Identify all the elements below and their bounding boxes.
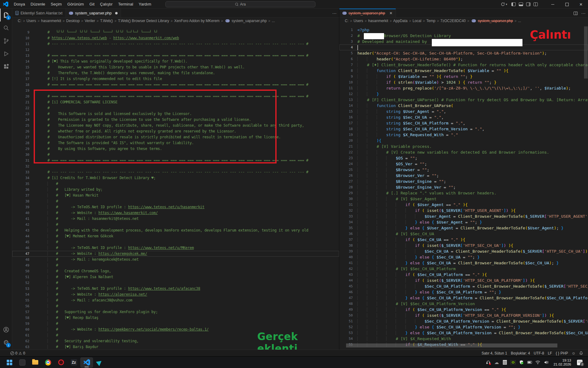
chrome-icon[interactable] bbox=[42, 357, 55, 368]
run-debug-icon[interactable] bbox=[0, 47, 12, 60]
editor-left[interactable]: 9# └┘└┘ └───┘ └┘└┘ └───┘ └───┘ └┘└┘ └─┘└… bbox=[12, 24, 339, 350]
settings-gear-icon[interactable]: ⚙ 1 bbox=[0, 336, 12, 349]
language-status[interactable]: { } PHP bbox=[554, 351, 570, 355]
search-sidebar-icon[interactable] bbox=[0, 21, 12, 34]
breadcrumb-item[interactable]: Temp bbox=[426, 19, 435, 23]
breadcrumb-item[interactable]: Users bbox=[353, 19, 363, 23]
tray-headset-icon[interactable] bbox=[485, 360, 491, 365]
toggle-secondary-sidebar-icon[interactable] bbox=[526, 2, 530, 6]
menu-git[interactable]: Git bbox=[87, 0, 97, 9]
problems-status[interactable]: 0 ⚠ 0 bbox=[9, 351, 27, 355]
line-number: 45 bbox=[339, 283, 353, 289]
notifications-bell-icon[interactable] bbox=[577, 351, 585, 355]
toggle-sidebar-icon[interactable] bbox=[511, 2, 516, 6]
line-number: 59 bbox=[12, 321, 29, 327]
breadcrumb-item[interactable]: C: bbox=[345, 19, 349, 23]
window-close-button[interactable]: ✕ bbox=[574, 0, 588, 9]
code-line: 34 } else { $User_Agent = ""; } bbox=[339, 219, 588, 225]
menu-yardım[interactable]: Yardım bbox=[136, 0, 154, 9]
taskbar-app-dark-icon[interactable] bbox=[16, 357, 29, 368]
tab-system-uaparser-left[interactable]: system_uaparser.php bbox=[66, 9, 121, 17]
menu-düzenle[interactable]: Düzenle bbox=[28, 0, 48, 9]
explorer-icon[interactable]: 1 bbox=[0, 9, 12, 21]
line-text: # [i] COMMERCIAL SOFTWARE LICENSE bbox=[47, 99, 118, 105]
tray-wifi-icon[interactable] bbox=[535, 360, 541, 365]
breadcrumb-item[interactable]: AppData bbox=[393, 19, 408, 23]
code-line: 14 function Client_Browser_UAParse( bbox=[339, 103, 588, 109]
breadcrumb-item[interactable]: ... bbox=[272, 19, 275, 23]
breadcrumb-item[interactable]: T.Web() Browser Detect Library bbox=[118, 19, 169, 23]
breadcrumb-item[interactable]: Users bbox=[26, 19, 36, 23]
7zip-icon[interactable]: Zz bbox=[67, 357, 80, 368]
command-center-search[interactable]: Ara bbox=[165, 1, 315, 7]
window-maximize-button[interactable] bbox=[560, 0, 574, 9]
breadcrumb-item[interactable]: hasanmerkit bbox=[41, 19, 61, 23]
notification-center-icon[interactable]: 2 bbox=[577, 360, 582, 365]
vscode-taskbar-icon[interactable] bbox=[80, 357, 93, 368]
breadcrumb-left[interactable]: C:>Users>hasanmerkit>Desktop>Veriler>T.W… bbox=[12, 18, 339, 24]
breadcrumb-item[interactable]: system_uaparser.php bbox=[232, 19, 267, 23]
sync-button[interactable]: ▾ bbox=[501, 2, 507, 6]
breadcrumb-item[interactable]: system_uaparser.php bbox=[478, 19, 513, 23]
app-teal-icon[interactable] bbox=[93, 357, 106, 368]
code-line: 41 # -> Mail : hasanmerkit@teteos.net bbox=[12, 216, 339, 222]
window-minimize-button[interactable] bbox=[546, 0, 560, 9]
line-number: 15 bbox=[339, 109, 353, 114]
menu-dosya[interactable]: Dosya bbox=[11, 0, 28, 9]
menu-görünüm[interactable]: Görünüm bbox=[65, 0, 87, 9]
line-text: # bbox=[47, 152, 50, 158]
editor-right[interactable]: 1<?php2# Browser/OS Detection Library3# … bbox=[339, 24, 588, 350]
split-editor-icon[interactable] bbox=[574, 12, 578, 15]
app-red-icon[interactable] bbox=[55, 357, 67, 368]
horizontal-scrollbar[interactable] bbox=[346, 343, 557, 347]
feedback-smiley-icon[interactable]: ☺ bbox=[570, 351, 577, 355]
line-number: 40 bbox=[339, 254, 353, 260]
redaction-box-2 bbox=[432, 39, 522, 46]
breadcrumb-separator: > bbox=[514, 19, 517, 23]
breadcrumb-item[interactable]: Desktop bbox=[66, 19, 80, 23]
tab-eklentiyi-satin-alanlar[interactable]: Eklentiyi Satın Alanlar.txt bbox=[12, 9, 66, 17]
breadcrumb-item[interactable]: hasanmerkit bbox=[368, 19, 388, 23]
line-number: 16 bbox=[339, 114, 353, 120]
tray-cloud-icon[interactable]: ☁ bbox=[494, 360, 499, 365]
tray-nvidia-icon[interactable] bbox=[510, 360, 516, 365]
toggle-panel-icon[interactable] bbox=[519, 2, 523, 6]
breadcrumb-item[interactable]: 7zOC2E8DC40 bbox=[440, 19, 466, 23]
breadcrumb-item[interactable]: Local bbox=[413, 19, 421, 23]
taskbar-clock[interactable]: 19:13 21.02.2026 bbox=[553, 358, 571, 366]
eol-status[interactable]: LF bbox=[546, 351, 554, 355]
tray-speaker-icon[interactable] bbox=[543, 360, 549, 365]
indentation-status[interactable]: Boşluklar: 4 bbox=[509, 351, 532, 355]
line-text: # [i] Credits for T.Web() Browser Detect… bbox=[47, 175, 156, 181]
tab-system-uaparser-right[interactable]: system_uaparser.php ✕ bbox=[339, 9, 396, 17]
accounts-icon[interactable] bbox=[0, 323, 12, 336]
more-actions-icon[interactable]: ··· bbox=[581, 11, 586, 16]
vertical-scrollbar[interactable] bbox=[584, 26, 588, 79]
breadcrumb-item[interactable]: C: bbox=[18, 19, 21, 23]
breadcrumb-item[interactable]: Veriler bbox=[85, 19, 95, 23]
start-button[interactable] bbox=[3, 357, 16, 368]
extensions-icon[interactable] bbox=[0, 60, 12, 73]
menu-çalıştır[interactable]: Çalıştır bbox=[97, 0, 115, 9]
menu-seçim[interactable]: Seçim bbox=[48, 0, 65, 9]
more-actions-icon[interactable]: ··· bbox=[332, 11, 337, 16]
customize-layout-icon[interactable] bbox=[533, 2, 538, 6]
close-icon[interactable]: ✕ bbox=[390, 11, 393, 15]
menu-terminal[interactable]: Terminal bbox=[115, 0, 136, 9]
breadcrumb-item[interactable]: XenForo Addon by MKerem bbox=[174, 19, 220, 23]
source-control-icon[interactable] bbox=[0, 34, 12, 47]
breadcrumb-item[interactable]: ... bbox=[518, 19, 521, 23]
code-line: 31# === === === === === === === === === … bbox=[12, 158, 339, 163]
line-text: $OS_Ver = ""; bbox=[357, 161, 427, 167]
breadcrumb-item[interactable]: T.Web() bbox=[100, 19, 113, 23]
cursor-position-status[interactable]: Satır 4, Sütun 1 bbox=[480, 351, 509, 355]
code-line: 36 # [V] $Sec_CH_UA bbox=[339, 231, 588, 237]
file-explorer-icon[interactable] bbox=[29, 357, 42, 368]
code-line: 12 bbox=[12, 47, 339, 53]
encoding-status[interactable]: UTF-8 bbox=[532, 351, 546, 355]
tray-security-shield-icon[interactable] bbox=[518, 360, 524, 365]
breadcrumb-right[interactable]: C:>Users>hasanmerkit>AppData>Local>Temp>… bbox=[339, 18, 588, 24]
tray-document-icon[interactable] bbox=[502, 360, 507, 365]
line-number: 14 bbox=[339, 103, 353, 109]
tray-battery-icon[interactable] bbox=[527, 360, 532, 365]
